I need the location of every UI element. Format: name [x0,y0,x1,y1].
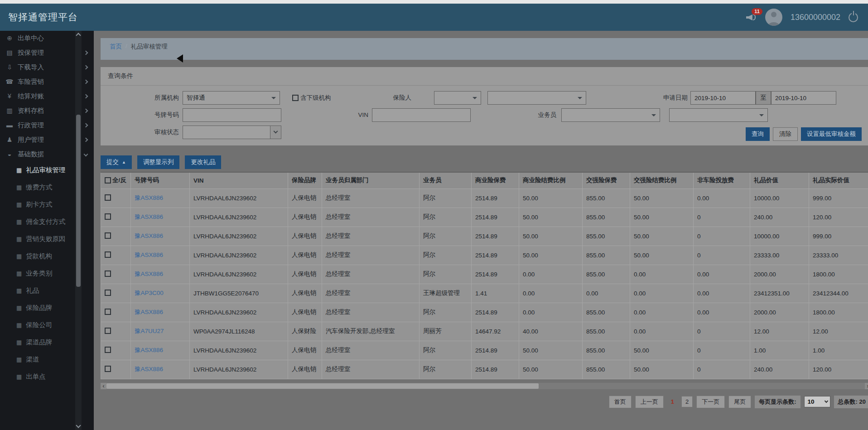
table-cell: 总经理室 [322,360,420,379]
table-cell: 120.00 [809,360,868,379]
table-cell: 23412351.00 [750,284,809,303]
row-checkbox[interactable] [105,309,111,315]
horizontal-scrollbar-thumb[interactable] [106,383,539,389]
sidebar-item-label: 结算对账 [18,92,44,101]
row-select-cell [101,246,131,265]
prev-page-button[interactable]: 上一页 [635,396,664,408]
adjust-columns-button[interactable]: 调整显示列 [137,155,180,169]
search-button[interactable]: 查询 [746,127,770,141]
table-cell: 855.00 [583,227,630,246]
scrollbar-up-icon[interactable] [76,33,81,38]
clear-button[interactable]: 清除 [773,127,798,141]
table-cell: 人保电销 [288,303,322,322]
table-row: 豫ASX886LVRHDAAL6JN239602人保电销总经理室阿尔2514.8… [101,303,868,322]
include-sub-checkbox[interactable] [292,95,299,101]
sidebar-item-label: 出单中心 [18,34,44,43]
sidebar-scrollbar-thumb[interactable] [76,115,81,287]
row-checkbox[interactable] [105,232,111,239]
sidebar-collapse-icon[interactable] [177,54,183,63]
scroll-left-icon[interactable]: ‹ [101,383,106,389]
row-checkbox[interactable] [105,251,111,258]
select-all-checkbox[interactable] [105,177,111,184]
sidebar: ⊕出单中心▤投保管理⇩下载导入☎车险营销¥结算对账▥资料存档▬行政管理♟用户管理… [0,31,94,430]
user-avatar[interactable] [765,9,782,26]
table-row: 豫ASX886LVRHDAAL6JN239602人保电销总经理室阿尔2514.8… [101,227,868,246]
insurer-select-1[interactable] [434,91,481,105]
table-cell: 人保电销 [288,360,322,379]
pagination: 首页上一页12下一页尾页每页显示条数:10总条数: 20 [101,396,868,408]
plate-input[interactable] [183,108,281,122]
row-checkbox[interactable] [105,213,111,220]
sidebar-scrollbar[interactable] [75,31,82,430]
plate-number-link[interactable]: 豫ASX886 [135,309,163,315]
plate-number-link[interactable]: 豫ASX886 [135,347,163,353]
briefcase-icon: ▬ [5,121,14,129]
plate-number-link[interactable]: 豫A7UU27 [135,328,164,334]
page-number-button[interactable]: 2 [681,396,693,407]
table-cell: 豫ASX886 [131,188,190,208]
table-row: 豫A7UU27WP0AA2974JL116248人保财险汽车保险开发部,总经理室… [101,322,868,341]
sidebar-item-label: 用户管理 [18,135,44,144]
table-cell: 855.00 [583,341,630,360]
date-to-input[interactable]: 2019-10-10 [771,91,836,105]
scrollbar-down-icon[interactable] [76,423,81,428]
salesman-select-1[interactable] [561,108,660,122]
row-checkbox[interactable] [105,347,111,353]
set-min-audit-amount-button[interactable]: 设置最低审核金额 [801,127,862,141]
row-checkbox[interactable] [105,290,111,296]
sidebar-subitem-label: 业务类别 [26,269,52,278]
sidebar-subitem-label: 营销失败原因 [26,235,65,243]
notification-speaker-icon[interactable]: 11 [746,12,757,22]
plate-number-link[interactable]: 豫ASX886 [135,366,163,372]
table-cell: 50.00 [519,360,583,379]
table-cell: 总经理室 [322,188,420,208]
next-page-button[interactable]: 下一页 [696,396,725,408]
org-select[interactable]: 智择通 [183,91,280,105]
date-from-input[interactable]: 2019-10-10 [690,91,756,105]
plate-number-link[interactable]: 豫AP3C00 [135,290,164,296]
scroll-right-icon[interactable]: › [865,383,868,389]
table-cell: LVRHDAAL6JN239602 [190,246,288,265]
plate-number-link[interactable]: 豫ASX886 [135,232,163,239]
table-cell: 999.00 [809,227,868,246]
submit-button[interactable]: 提交 ▲ [101,155,132,169]
row-checkbox[interactable] [105,271,111,277]
column-header: 保险品牌 [288,172,322,188]
table-cell: 0.00 [694,284,750,303]
table-cell: 0.00 [630,303,694,322]
last-page-button[interactable]: 尾页 [728,396,751,408]
vin-input[interactable] [372,108,471,122]
select-chevron-down-icon [270,126,281,139]
change-gift-button[interactable]: 更改礼品 [185,155,221,169]
column-header: 商业险结费比例 [519,172,583,188]
table-cell: 人保电销 [288,265,322,284]
insurer-select-2[interactable] [487,91,586,105]
plate-number-link[interactable]: 豫ASX886 [135,213,163,220]
page-number-button[interactable]: 1 [667,396,678,407]
row-checkbox[interactable] [105,366,111,372]
row-checkbox[interactable] [105,194,111,201]
plate-number-link[interactable]: 豫ASX886 [135,251,163,258]
chevron-right-icon [84,50,88,55]
chevron-right-icon [84,94,88,98]
user-phone-number: 13600000002 [791,13,840,22]
table-cell: 0.00 [630,322,694,341]
first-page-button[interactable]: 首页 [609,396,632,408]
document-icon: ▤ [5,49,14,56]
audit-status-select[interactable] [183,126,281,139]
horizontal-scrollbar-track[interactable] [106,383,865,389]
row-checkbox[interactable] [105,328,111,334]
table-cell: 50.00 [630,188,694,208]
browser-top-strip [0,0,868,4]
salesman-select-2[interactable] [669,108,768,122]
logout-power-icon[interactable] [849,13,858,22]
plate-number-link[interactable]: 豫ASX886 [135,194,163,201]
apply-date-label: 申请日期 [649,91,688,105]
row-select-cell [101,341,131,360]
per-page-select[interactable]: 10 [804,396,830,407]
table-cell: 1800.00 [809,303,868,322]
column-header: 非车险投放费 [694,172,750,188]
plate-number-link[interactable]: 豫ASX886 [135,271,163,277]
table-cell: 50.00 [630,208,694,227]
breadcrumb-home-link[interactable]: 首页 [110,43,122,51]
